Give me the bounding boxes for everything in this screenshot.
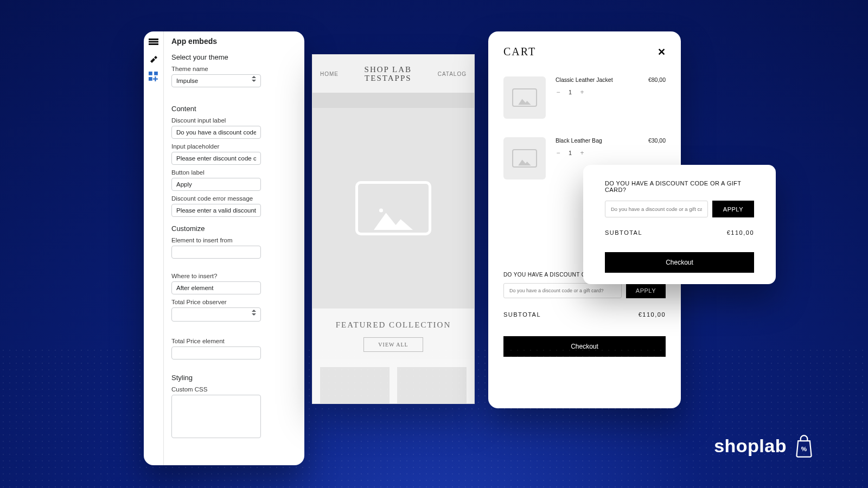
cart-item-thumb [503,137,546,179]
total-price-element-label: Total Price element [171,338,298,344]
svg-point-7 [379,208,383,212]
cart-item-price: €80,00 [648,76,666,119]
store-announcement-bar [312,93,474,108]
image-placeholder-icon [512,88,537,107]
subtotal-value: €110,00 [727,229,754,236]
where-insert-label: Where to insert? [171,273,298,279]
shopping-bag-icon: % [794,434,814,458]
view-all-button[interactable]: VIEW ALL [363,337,423,352]
cart-item-name: Black Leather Bag [556,137,639,144]
svg-marker-6 [374,213,413,230]
product-thumbs [312,367,474,404]
total-price-observer-label: Total Price observer [171,299,298,305]
qty-decrease-button[interactable]: − [556,88,561,96]
element-insert-from-field[interactable] [171,246,261,259]
svg-rect-1 [149,41,158,43]
svg-rect-3 [149,72,152,75]
theme-name-select[interactable]: Impulse [171,74,261,87]
apply-button[interactable]: APPLY [626,283,666,298]
store-title: SHOP LAB TESTAPPS [365,65,412,83]
settings-title: App embeds [171,37,298,46]
theme-name-label: Theme name [171,66,298,72]
quantity-stepper: − 1 + [556,88,639,96]
quantity-stepper: − 1 + [556,149,639,157]
store-header: HOME SHOP LAB TESTAPPS CATALOG [312,55,474,93]
sections-icon[interactable] [149,38,158,46]
settings-icon-rail [144,31,163,465]
discount-code-input[interactable] [605,201,708,217]
qty-decrease-button[interactable]: − [556,149,561,157]
button-label-label: Button label [171,169,298,176]
discount-input-label-field[interactable] [171,126,261,139]
qty-increase-button[interactable]: + [579,149,585,157]
close-icon[interactable]: ✕ [658,46,666,58]
nav-home[interactable]: HOME [320,71,339,77]
hero-image [312,108,474,309]
total-price-observer-select[interactable] [171,307,261,322]
settings-body: App embeds Select your theme Theme name … [163,31,304,465]
discount-code-input[interactable] [503,283,622,298]
qty-increase-button[interactable]: + [579,88,585,96]
customize-heading: Customize [171,224,298,233]
apply-button[interactable]: APPLY [712,201,754,217]
discount-input-label-label: Discount input label [171,117,298,124]
featured-heading: FEATURED COLLECTION [312,320,474,330]
brand-logo: shoplab % [714,434,814,458]
discount-popup: DO YOU HAVE A DISCOUNT CODE OR A GIFT CA… [583,165,776,284]
checkout-button[interactable]: Checkout [605,252,754,273]
svg-rect-2 [149,43,158,45]
settings-panel: App embeds Select your theme Theme name … [144,31,304,465]
app-blocks-icon[interactable] [149,73,158,80]
custom-css-label: Custom CSS [171,386,298,393]
subtotal-label: SUBTOTAL [503,311,541,318]
input-placeholder-label: Input placeholder [171,143,298,150]
custom-css-field[interactable] [171,395,261,438]
featured-section: FEATURED COLLECTION VIEW ALL [312,309,474,359]
input-placeholder-field[interactable] [171,152,261,165]
svg-marker-8 [518,99,531,105]
store-title-line1: SHOP LAB [365,65,412,74]
store-title-line2: TESTAPPS [365,74,412,83]
total-price-element-field[interactable] [171,346,261,359]
gavel-icon[interactable] [149,55,158,63]
qty-value: 1 [569,150,572,156]
checkout-button[interactable]: Checkout [503,336,666,357]
image-placeholder-icon [512,149,537,168]
theme-name-value: Impulse [176,78,198,84]
qty-value: 1 [569,89,572,95]
select-theme-heading: Select your theme [171,53,298,61]
brand-name: shoplab [714,435,787,457]
svg-marker-9 [518,159,531,165]
svg-rect-0 [149,38,158,40]
svg-text:%: % [801,445,807,452]
where-insert-field[interactable] [171,281,261,294]
product-thumb[interactable] [397,367,467,404]
subtotal-label: SUBTOTAL [605,229,642,236]
discount-block: DO YOU HAVE A DISCOUNT CODE OR A GIFT CA… [503,272,666,357]
cart-item-name: Classic Leather Jacket [556,76,639,83]
error-message-field[interactable] [171,204,261,217]
image-placeholder-icon [355,181,431,235]
nav-catalog[interactable]: CATALOG [438,71,467,77]
product-thumb[interactable] [320,367,390,404]
content-heading: Content [171,105,298,113]
svg-rect-5 [149,77,152,81]
cart-item-thumb [503,76,546,119]
button-label-field[interactable] [171,178,261,191]
error-message-label: Discount code error message [171,195,298,202]
element-insert-from-label: Element to insert from [171,237,298,243]
subtotal-value: €110,00 [639,311,666,318]
discount-prompt: DO YOU HAVE A DISCOUNT CODE OR A GIFT CA… [605,180,754,193]
cart-item: Classic Leather Jacket − 1 + €80,00 [503,76,666,119]
styling-heading: Styling [171,374,298,382]
cart-heading: CART [503,46,536,58]
store-preview: HOME SHOP LAB TESTAPPS CATALOG FEATURED … [312,54,475,404]
svg-rect-4 [154,72,158,75]
